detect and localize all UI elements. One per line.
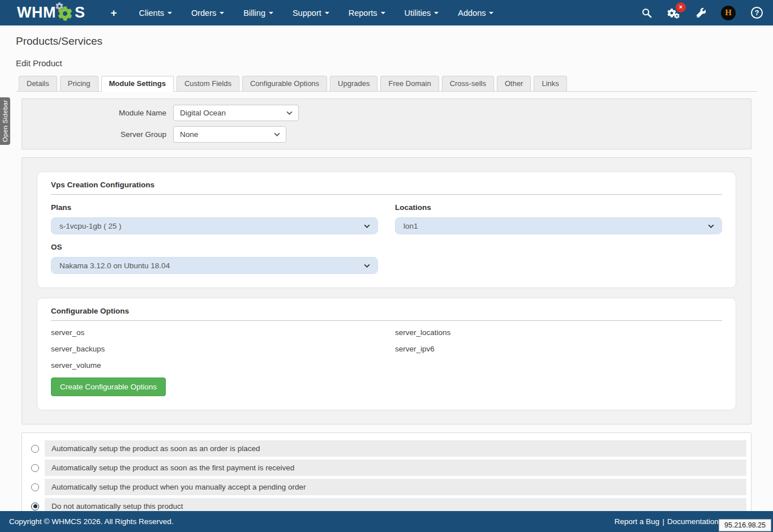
radio-setup-on-payment[interactable] bbox=[31, 464, 39, 472]
caret-down-icon bbox=[168, 12, 172, 14]
page-title: Products/Services bbox=[16, 25, 757, 48]
logo-text-prefix: WHM bbox=[17, 4, 56, 22]
chevron-down-icon bbox=[274, 132, 280, 136]
caret-down-icon bbox=[269, 12, 273, 14]
locations-label: Locations bbox=[395, 203, 722, 212]
quick-add-button[interactable]: + bbox=[111, 7, 117, 19]
chevron-down-icon bbox=[286, 111, 293, 115]
status-bar-ip-tooltip: 95.216.98.25 bbox=[719, 519, 771, 531]
server-group-label: Server Group bbox=[22, 130, 173, 139]
error-badge: × bbox=[676, 2, 686, 12]
tab-details[interactable]: Details bbox=[19, 76, 57, 92]
os-label: OS bbox=[51, 243, 378, 251]
setup-option-row: Automatically setup the product as soon … bbox=[27, 440, 746, 457]
caret-down-icon bbox=[220, 12, 224, 14]
nav-clients[interactable]: Clients bbox=[130, 0, 182, 25]
module-name-select[interactable]: Digital Ocean bbox=[173, 105, 299, 121]
radio-setup-on-accept[interactable] bbox=[31, 483, 39, 491]
tab-upgrades[interactable]: Upgrades bbox=[330, 76, 377, 92]
tab-links[interactable]: Links bbox=[534, 76, 566, 92]
create-configurable-options-button[interactable]: Create Configurable Options bbox=[51, 377, 166, 396]
module-name-row: Module Name Digital Ocean bbox=[22, 105, 751, 121]
radio-no-auto-setup[interactable] bbox=[31, 503, 39, 510]
nav-reports[interactable]: Reports bbox=[339, 0, 395, 25]
setup-option-label: Automatically setup the product as soon … bbox=[45, 440, 746, 457]
search-icon[interactable] bbox=[642, 8, 652, 18]
chevron-down-icon bbox=[708, 224, 714, 228]
option-server-backups: server_backups bbox=[51, 341, 378, 357]
logo-text-suffix: S bbox=[75, 4, 85, 22]
setup-option-row: Automatically setup the product when you… bbox=[27, 479, 746, 495]
main-menu: Clients Orders Billing Support Reports U… bbox=[130, 0, 504, 25]
option-server-ipv6: server_ipv6 bbox=[395, 341, 722, 357]
option-server-locations: server_locations bbox=[395, 324, 722, 341]
top-navbar: WHM S + Clients Orders Billing Support R… bbox=[0, 0, 773, 25]
tab-custom-fields[interactable]: Custom Fields bbox=[177, 76, 239, 92]
tab-module-settings[interactable]: Module Settings bbox=[101, 76, 174, 92]
module-selection-box: Module Name Digital Ocean Server Group N… bbox=[22, 98, 751, 149]
tab-cross-sells[interactable]: Cross-sells bbox=[442, 76, 494, 92]
logo-gear-icon bbox=[57, 4, 74, 22]
option-server-os: server_os bbox=[51, 324, 378, 341]
setup-option-label: Automatically setup the product as soon … bbox=[45, 460, 746, 476]
nav-addons[interactable]: Addons bbox=[448, 0, 503, 25]
tab-free-domain[interactable]: Free Domain bbox=[380, 76, 439, 92]
system-settings-icon[interactable] bbox=[696, 8, 706, 18]
vps-configurations-card: Vps Creation Configurations Plans s-1vcp… bbox=[37, 171, 736, 288]
page-content: Products/Services Edit Product Details P… bbox=[0, 25, 773, 532]
os-select[interactable]: Nakama 3.12.0 on Ubuntu 18.04 bbox=[51, 257, 378, 274]
whmcs-logo[interactable]: WHM S bbox=[17, 4, 85, 22]
documentation-link[interactable]: Documentation bbox=[667, 517, 719, 526]
setup-option-row: Automatically setup the product as soon … bbox=[27, 460, 746, 476]
chevron-down-icon bbox=[364, 264, 370, 268]
plans-label: Plans bbox=[51, 203, 378, 212]
tab-other[interactable]: Other bbox=[497, 76, 531, 92]
server-group-row: Server Group None bbox=[22, 126, 751, 143]
nav-billing[interactable]: Billing bbox=[234, 0, 283, 25]
caret-down-icon bbox=[434, 12, 439, 14]
locations-select[interactable]: lon1 bbox=[395, 217, 722, 234]
product-tabs: Details Pricing Module Settings Custom F… bbox=[16, 76, 757, 92]
caret-down-icon bbox=[325, 12, 329, 14]
module-settings-panel: Vps Creation Configurations Plans s-1vcp… bbox=[22, 157, 751, 424]
big-gear-icon bbox=[58, 6, 72, 21]
configurable-options-card: Configurable Options server_os server_ba… bbox=[37, 298, 736, 410]
vps-card-title: Vps Creation Configurations bbox=[51, 181, 722, 195]
radio-setup-on-order[interactable] bbox=[31, 445, 39, 453]
help-icon[interactable]: ? bbox=[751, 7, 763, 19]
plans-select[interactable]: s-1vcpu-1gb ( 25 ) bbox=[51, 217, 378, 234]
option-server-volume: server_volume bbox=[51, 357, 378, 374]
footer: Copyright © WHMCS 2026. All Rights Reser… bbox=[0, 511, 773, 532]
server-group-select[interactable]: None bbox=[173, 126, 286, 143]
auto-setup-box: Automatically setup the product as soon … bbox=[22, 432, 751, 522]
module-name-label: Module Name bbox=[22, 109, 173, 117]
tab-pricing[interactable]: Pricing bbox=[60, 76, 98, 92]
page-subtitle: Edit Product bbox=[16, 58, 757, 68]
nav-utilities[interactable]: Utilities bbox=[395, 0, 449, 25]
setup-option-label: Automatically setup the product when you… bbox=[45, 479, 746, 495]
report-a-bug-link[interactable]: Report a Bug bbox=[615, 517, 660, 526]
copyright-text: Copyright © WHMCS 2026. All Rights Reser… bbox=[9, 517, 174, 526]
caret-down-icon bbox=[489, 12, 493, 14]
caret-down-icon bbox=[381, 12, 385, 14]
user-avatar[interactable]: H bbox=[721, 6, 736, 20]
automation-status-icon[interactable]: × bbox=[667, 7, 681, 19]
chevron-down-icon bbox=[364, 224, 370, 228]
nav-support[interactable]: Support bbox=[283, 0, 339, 25]
nav-orders[interactable]: Orders bbox=[182, 0, 234, 25]
tab-configurable-options[interactable]: Configurable Options bbox=[242, 76, 327, 92]
configurable-options-title: Configurable Options bbox=[51, 307, 722, 321]
